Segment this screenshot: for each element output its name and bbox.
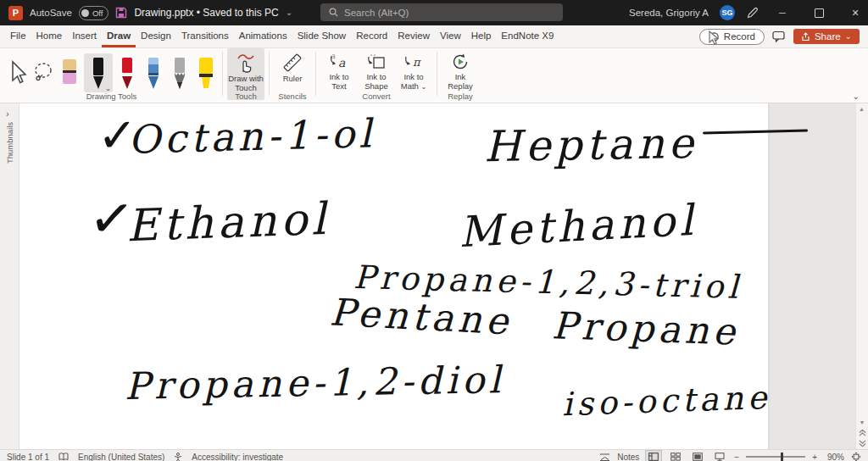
ink-text-ethanol[interactable]: Ethanol — [125, 197, 330, 247]
tab-design[interactable]: Design — [136, 25, 176, 47]
previous-slide-icon[interactable] — [859, 429, 866, 436]
zoom-in-button[interactable]: + — [812, 453, 817, 461]
scrollbar-nav-buttons: ▼ — [856, 419, 868, 447]
spell-check-book-icon[interactable] — [58, 453, 69, 461]
share-icon — [801, 32, 810, 42]
ribbon-draw: ⌄ Drawing Tools D — [0, 48, 868, 103]
vertical-scrollbar[interactable]: ▲ ▼ — [855, 103, 868, 449]
slide-sorter-icon — [670, 453, 681, 461]
ruler-label: Ruler — [275, 75, 310, 84]
slideshow-icon — [715, 453, 725, 461]
tab-transitions[interactable]: Transitions — [176, 25, 234, 47]
yellow-highlighter-tool[interactable] — [194, 53, 218, 92]
thumbnails-pane-collapsed[interactable]: › Thumbnails — [0, 103, 19, 449]
search-icon — [329, 8, 338, 17]
autosave-toggle[interactable]: Off — [79, 6, 109, 20]
group-divider — [222, 52, 223, 96]
minimize-button[interactable]: ─ — [770, 0, 795, 25]
slide-editing-canvas[interactable]: ✓ Octan-1-ol Heptane ✓ Ethanol Methanol … — [19, 103, 855, 449]
slideshow-view-button[interactable] — [712, 451, 727, 461]
ink-text-propane-12-diol[interactable]: Propane-1,2-diol — [125, 361, 505, 405]
slide-indicator[interactable]: Slide 1 of 1 — [7, 453, 49, 461]
tab-endnote[interactable]: EndNote X9 — [496, 25, 559, 47]
scroll-up-arrow-icon[interactable]: ▲ — [859, 106, 865, 112]
tab-draw[interactable]: Draw — [102, 25, 136, 47]
share-button-label: Share — [815, 31, 841, 42]
ink-to-math-chevron-icon: ⌄ — [421, 83, 427, 91]
notes-icon — [599, 453, 610, 461]
svg-text:a: a — [338, 56, 346, 69]
ink-text-pentane[interactable]: Pentane — [329, 293, 513, 340]
ink-replay-icon — [451, 53, 470, 71]
titlebar: P AutoSave Off Drawing.pptx • Saved to t… — [0, 0, 868, 25]
tab-insert[interactable]: Insert — [67, 25, 102, 47]
document-title-chevron-icon[interactable]: ⌄ — [286, 10, 292, 15]
zoom-level[interactable]: 90% — [824, 453, 844, 461]
zoom-slider[interactable] — [746, 456, 805, 458]
next-slide-icon[interactable] — [859, 440, 866, 447]
fit-slide-to-window-icon[interactable] — [851, 452, 861, 461]
blue-pen-tool[interactable] — [142, 53, 165, 92]
accessibility-person-icon[interactable] — [174, 453, 182, 461]
ribbon-tab-row: File Home Insert Draw Design Transitions… — [0, 25, 868, 48]
share-button[interactable]: Share ⌄ — [793, 29, 860, 44]
tab-animations[interactable]: Animations — [234, 25, 292, 47]
zoom-slider-thumb[interactable] — [781, 453, 783, 461]
search-placeholder: Search (Alt+Q) — [344, 8, 409, 18]
expand-thumbnails-chevron-icon[interactable]: › — [6, 108, 9, 119]
tab-view[interactable]: View — [435, 25, 466, 47]
share-chevron-icon: ⌄ — [845, 34, 852, 39]
silver-pencil-icon — [171, 57, 188, 89]
silver-pencil-tool[interactable] — [168, 53, 192, 92]
reading-view-button[interactable] — [690, 451, 705, 461]
tab-actions: Record Share ⌄ — [699, 29, 868, 45]
ink-text-propane[interactable]: Propane — [551, 307, 739, 351]
comments-icon[interactable] — [772, 31, 786, 42]
normal-view-button[interactable] — [646, 451, 661, 461]
collapse-ribbon-chevron-icon[interactable]: ⌄ — [853, 92, 860, 101]
scroll-down-arrow-icon[interactable]: ▼ — [860, 419, 865, 425]
black-pen-tool[interactable]: ⌄ — [84, 53, 113, 92]
draw-with-touch-label: Draw with Touch — [228, 75, 264, 93]
ribbon-tabs: File Home Insert Draw Design Transitions… — [5, 25, 559, 47]
group-convert: aa Ink to Text Ink to Shape π Ink to Mat… — [320, 48, 432, 103]
powerpoint-logo-icon[interactable]: P — [8, 6, 23, 20]
select-tool[interactable] — [5, 53, 29, 92]
tab-slide-show[interactable]: Slide Show — [292, 25, 352, 47]
lasso-icon — [32, 61, 54, 85]
restore-button[interactable] — [806, 0, 832, 25]
tab-home[interactable]: Home — [31, 25, 68, 47]
powerpoint-logo-letter: P — [13, 8, 19, 18]
accessibility-status[interactable]: Accessibility: investigate — [192, 453, 283, 461]
document-title[interactable]: Drawing.pptx • Saved to this PC — [134, 7, 278, 19]
close-button[interactable]: ✕ — [843, 0, 868, 25]
normal-view-icon — [648, 453, 659, 461]
group-divider — [437, 52, 437, 96]
ink-text-octan-1-ol[interactable]: Octan-1-ol — [127, 114, 376, 159]
eraser-tool[interactable] — [58, 53, 81, 92]
tab-file[interactable]: File — [5, 25, 31, 47]
tab-record[interactable]: Record — [351, 25, 392, 47]
lasso-select-tool[interactable] — [31, 53, 55, 92]
save-icon[interactable] — [115, 7, 127, 19]
zoom-out-button[interactable]: − — [734, 453, 739, 461]
slide-sorter-view-button[interactable] — [668, 451, 683, 461]
ink-text-heptane[interactable]: Heptane — [484, 122, 698, 168]
touch-group-label: Touch — [227, 92, 264, 101]
red-pen-tool[interactable] — [115, 53, 139, 92]
avatar[interactable]: SG — [720, 5, 735, 20]
tab-review[interactable]: Review — [392, 25, 435, 47]
ink-text-methanol[interactable]: Methanol — [458, 199, 698, 254]
search-input[interactable]: Search (Alt+Q) — [320, 3, 563, 21]
language-indicator[interactable]: English (United States) — [78, 453, 164, 461]
group-stencils: Ruler Stencils — [274, 48, 311, 103]
user-name[interactable]: Sereda, Grigoriy A — [629, 8, 709, 18]
tab-help[interactable]: Help — [466, 25, 497, 47]
notes-toggle[interactable]: Notes — [617, 453, 639, 461]
restore-icon — [815, 8, 824, 18]
ruler-icon — [282, 53, 303, 73]
inking-pen-icon[interactable] — [746, 7, 759, 19]
stencils-group-label: Stencils — [274, 92, 311, 101]
work-area: › Thumbnails ✓ Octan-1-ol Heptane ✓ Etha… — [0, 103, 868, 449]
ink-text-iso-octane[interactable]: iso-octane — [561, 381, 771, 421]
